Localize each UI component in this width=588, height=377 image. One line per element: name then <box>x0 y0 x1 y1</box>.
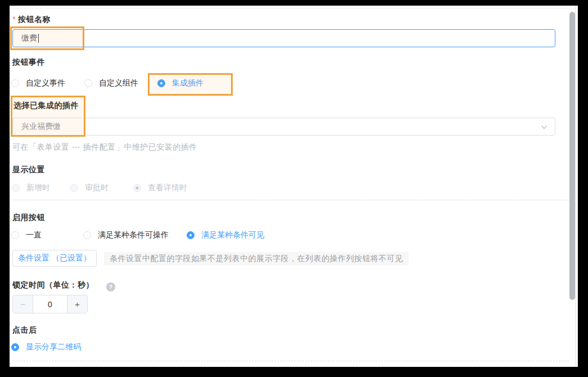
radio-label: 新增时 <box>26 183 50 193</box>
radio-label: 显示分享二维码 <box>26 342 81 352</box>
button-name-label: *按钮名称 <box>12 15 51 25</box>
radio-icon-checked[interactable] <box>157 79 165 87</box>
enable-button-label: 启用按钮 <box>12 213 45 223</box>
button-event-label: 按钮事件 <box>12 57 45 68</box>
radio-label: 满足某种条件可见 <box>201 230 264 240</box>
condition-settings-button[interactable]: 条件设置 （已设置） <box>12 250 97 267</box>
panel-top-divider <box>10 8 578 8</box>
radio-on-create: 新增时 <box>12 182 50 194</box>
radio-icon[interactable] <box>83 231 91 239</box>
radio-icon-checked[interactable] <box>187 231 195 239</box>
radio-show-share-qrcode[interactable]: 显示分享二维码 <box>11 342 81 353</box>
radio-label: 自定义组件 <box>99 78 138 88</box>
plugin-select-hint: 可在「表单设置 --- 插件配置」中维护已安装的插件 <box>12 142 197 152</box>
plugin-select-label: 选择已集成的插件 <box>13 101 79 111</box>
radio-label: 一直 <box>26 230 42 240</box>
display-position-label: 显示位置 <box>12 165 45 175</box>
radio-icon-disabled <box>12 184 20 192</box>
radio-label: 满足某种条件可操作 <box>98 230 169 240</box>
radio-custom-event[interactable]: 自定义事件 <box>11 78 65 89</box>
radio-label: 查看详情时 <box>148 183 187 193</box>
after-click-label: 点击后 <box>12 325 37 335</box>
radio-icon-disabled <box>70 184 78 192</box>
condition-settings-hint: 条件设置中配置的字段如果不是列表中的展示字段，在列表的操作列按钮将不可见 <box>104 252 409 266</box>
radio-on-approve: 审批时 <box>70 182 108 194</box>
stepper-decrease-button[interactable]: − <box>13 295 33 313</box>
radio-condition-operable[interactable]: 满足某种条件可操作 <box>83 230 169 241</box>
radio-label: 审批时 <box>85 183 108 193</box>
text-cursor <box>38 34 39 43</box>
radio-on-view-detail: 查看详情时 <box>133 182 187 194</box>
section-divider <box>12 361 569 361</box>
section-divider <box>12 200 569 200</box>
stepper-value[interactable]: 0 <box>33 295 67 313</box>
radio-custom-component[interactable]: 自定义组件 <box>84 78 138 89</box>
radio-icon-disabled-checked <box>133 184 141 192</box>
radio-icon-checked[interactable] <box>11 343 19 351</box>
button-name-value: 缴费 <box>21 33 37 43</box>
help-icon[interactable]: ? <box>106 282 115 291</box>
radio-always[interactable]: 一直 <box>11 230 42 241</box>
radio-condition-visible[interactable]: 满足某种条件可见 <box>187 230 264 241</box>
button-name-label-text: 按钮名称 <box>18 15 51 24</box>
lock-time-label-text: 锁定时间（单位：秒） <box>12 280 94 289</box>
scrollbar-track[interactable] <box>575 6 578 367</box>
radio-label: 集成插件 <box>172 78 203 88</box>
chevron-down-icon <box>540 123 548 131</box>
radio-label: 自定义事件 <box>26 78 65 88</box>
plugin-select-value: 兴业福费缴 <box>21 122 61 132</box>
scrollbar-thumb[interactable] <box>569 12 575 300</box>
required-asterisk: * <box>12 15 16 24</box>
lock-time-stepper: − 0 + <box>12 295 88 313</box>
plugin-select-dropdown[interactable]: 兴业福费缴 <box>12 118 555 136</box>
stepper-increase-button[interactable]: + <box>67 295 87 313</box>
lock-time-label: 锁定时间（单位：秒）? <box>12 280 115 291</box>
radio-icon[interactable] <box>84 79 92 87</box>
radio-integrated-plugin[interactable]: 集成插件 <box>157 78 203 89</box>
button-config-panel: *按钮名称 缴费 按钮事件 自定义事件 自定义组件 集成插件 选择已集成的插件 … <box>10 6 578 367</box>
radio-icon[interactable] <box>11 231 19 239</box>
radio-icon[interactable] <box>11 79 19 87</box>
button-name-input[interactable]: 缴费 <box>12 29 555 47</box>
